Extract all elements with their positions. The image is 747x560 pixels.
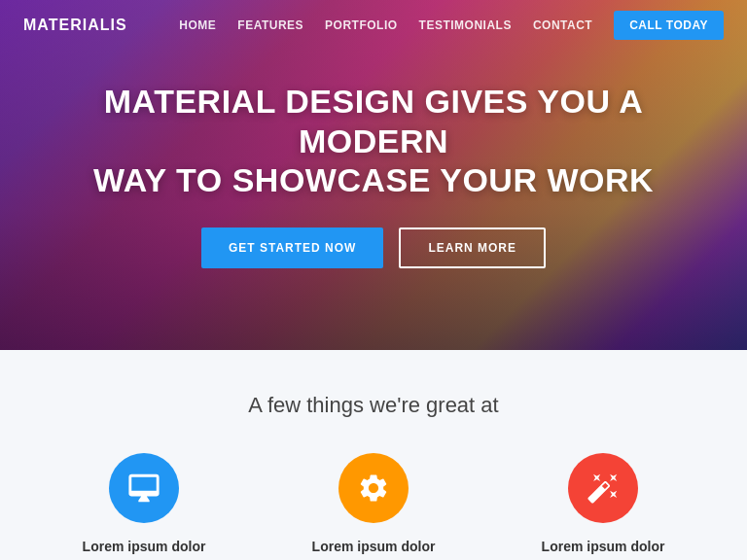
nav-contact[interactable]: CONTACT xyxy=(533,18,592,32)
nav-links: HOME FEATURES PORTFOLIO TESTIMONIALS CON… xyxy=(179,11,724,40)
feature-title-2: Lorem ipsum dolor xyxy=(312,539,436,554)
feature-item-1: Lorem ipsum dolor Lorem ipsum dolor sit … xyxy=(47,453,241,560)
nav-home[interactable]: HOME xyxy=(179,18,216,32)
nav-cta-button[interactable]: CALL TODAY xyxy=(614,11,724,40)
features-grid: Lorem ipsum dolor Lorem ipsum dolor sit … xyxy=(39,453,708,560)
hero-content: MATERIAL DESIGN GIVES YOU A MODERN WAY T… xyxy=(0,82,747,268)
feature-title-3: Lorem ipsum dolor xyxy=(542,539,665,554)
navbar: MATERIALIS HOME FEATURES PORTFOLIO TESTI… xyxy=(0,0,747,51)
hero-buttons: GET STARTED NOW LEARN MORE xyxy=(58,228,689,268)
features-section: A few things we're great at Lorem ipsum … xyxy=(0,350,747,560)
feature-title-1: Lorem ipsum dolor xyxy=(83,539,206,554)
feature-item-3: Lorem ipsum dolor Lorem ipsum dolor sit … xyxy=(506,453,700,560)
get-started-button[interactable]: GET STARTED NOW xyxy=(201,228,383,268)
learn-more-button[interactable]: LEARN MORE xyxy=(399,228,546,268)
brand-logo: MATERIALIS xyxy=(23,17,127,34)
feature-icon-circle-1 xyxy=(109,453,179,523)
feature-icon-circle-2 xyxy=(338,453,409,523)
hero-section: MATERIALIS HOME FEATURES PORTFOLIO TESTI… xyxy=(0,0,747,350)
wand-icon xyxy=(587,472,620,505)
nav-portfolio[interactable]: PORTFOLIO xyxy=(325,18,398,32)
gear-icon xyxy=(357,472,390,505)
monitor-icon xyxy=(127,472,160,505)
nav-testimonials[interactable]: TESTIMONIALS xyxy=(419,18,512,32)
features-title: A few things we're great at xyxy=(39,393,708,418)
feature-icon-circle-3 xyxy=(568,453,638,523)
nav-features[interactable]: FEATURES xyxy=(237,18,303,32)
hero-title: MATERIAL DESIGN GIVES YOU A MODERN WAY T… xyxy=(58,82,689,200)
feature-item-2: Lorem ipsum dolor Lorem ipsum dolor sit … xyxy=(276,453,471,560)
